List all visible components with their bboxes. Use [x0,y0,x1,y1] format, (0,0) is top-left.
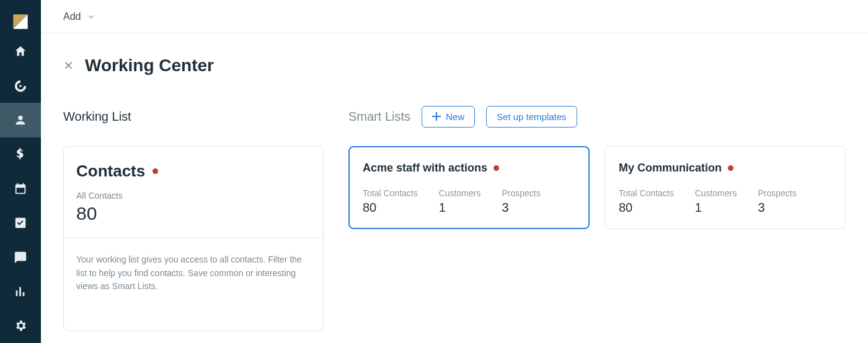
contacts-help: Your working list gives you access to al… [64,238,323,331]
stat-label: Total Contacts [619,188,674,198]
add-dropdown[interactable]: Add [63,11,95,22]
page-title: Working Center [85,56,214,76]
stat-label: Customers [439,188,481,198]
nav-money[interactable] [0,137,41,172]
all-contacts-label: All Contacts [76,191,311,201]
all-contacts-value: 80 [76,203,311,224]
nav-target[interactable] [0,69,41,103]
svg-point-2 [19,85,22,87]
main: Add ✕ Working Center Working List Contac… [41,0,868,343]
smart-lists-title: Smart Lists [348,110,410,124]
nav-contacts[interactable] [0,103,41,137]
topbar: Add [41,0,868,33]
working-list-column: Working List Contacts All Contacts 80 Yo… [63,105,324,331]
content: Working List Contacts All Contacts 80 Yo… [41,76,868,331]
templates-label: Set up templates [497,111,567,122]
status-dot-icon [494,165,499,171]
plus-icon [432,112,441,121]
nav-reports[interactable] [0,274,41,308]
nav-home[interactable] [0,35,41,69]
app-logo[interactable] [0,9,41,35]
stat-value: 1 [695,201,737,215]
stat-label: Customers [695,188,737,198]
page-header: ✕ Working Center [41,33,868,76]
smart-lists-column: Smart Lists New Set up templates Acme st… [348,105,846,229]
nav-tasks[interactable] [0,206,41,240]
chevron-down-icon [87,12,95,21]
contacts-card-top: Contacts All Contacts 80 [64,147,323,238]
stat-value: 80 [619,201,674,215]
nav-calendar[interactable] [0,172,41,206]
new-label: New [446,111,464,122]
new-smart-list-button[interactable]: New [422,106,475,128]
setup-templates-button[interactable]: Set up templates [486,106,577,128]
status-dot-icon [153,168,158,174]
smart-list-title: Acme staff with actions [363,162,487,175]
smart-list-card[interactable]: Acme staff with actions Total Contacts 8… [348,146,590,229]
stat-value: 3 [758,201,796,215]
smart-list-title: My Communication [619,162,722,175]
stat-value: 3 [502,201,540,215]
smart-list-card[interactable]: My Communication Total Contacts 80 Custo… [604,146,846,229]
add-label: Add [63,11,81,22]
nav-settings[interactable] [0,309,41,343]
stat-value: 80 [363,201,418,215]
stat-label: Prospects [758,188,796,198]
working-list-title: Working List [63,110,131,124]
stat-label: Prospects [502,188,540,198]
stat-label: Total Contacts [363,188,418,198]
contacts-title: Contacts [76,162,145,181]
stat-value: 1 [439,201,481,215]
nav-chat[interactable] [0,240,41,274]
close-icon[interactable]: ✕ [63,59,74,72]
status-dot-icon [728,165,733,171]
contacts-card[interactable]: Contacts All Contacts 80 Your working li… [63,146,324,331]
sidebar [0,0,41,343]
